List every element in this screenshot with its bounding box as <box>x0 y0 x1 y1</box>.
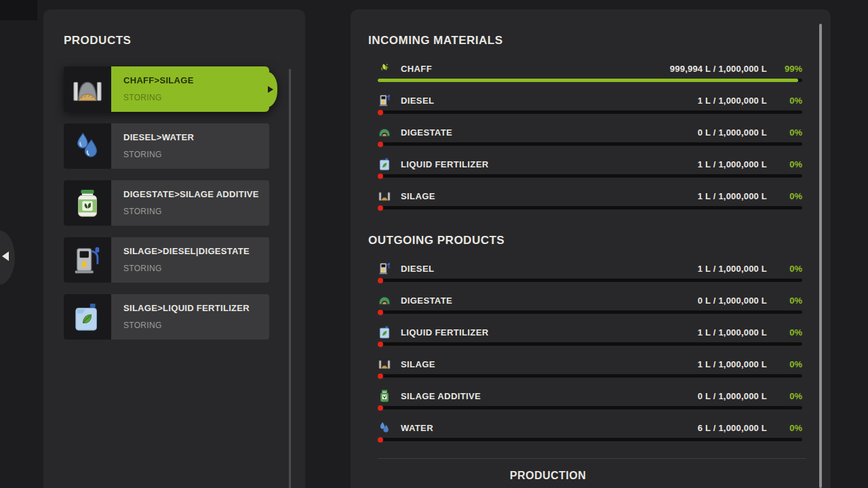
fill-bar <box>378 374 802 378</box>
product-status: STORING <box>123 321 269 330</box>
empty-dot <box>378 342 383 347</box>
incoming-row-liquid-fertilizer: LIQUID FERTILIZER1 L / 1,000,000 L0% <box>378 155 802 187</box>
bunker-silo-icon <box>64 66 111 112</box>
material-row-line: WATER6 L / 1,000,000 L0% <box>378 419 802 436</box>
fill-bar <box>378 206 802 209</box>
empty-dot <box>378 437 383 443</box>
incoming-row-diesel: DIESEL1 L / 1,000,000 L0% <box>378 92 802 123</box>
fuel-pump-icon <box>64 237 111 283</box>
material-label: SILAGE <box>401 191 698 201</box>
product-name: CHAFF>SILAGE <box>123 75 269 85</box>
material-percent: 0% <box>767 96 802 106</box>
material-label: SILAGE ADDITIVE <box>401 391 698 401</box>
outgoing-row-liquid-fertilizer: LIQUID FERTILIZER1 L / 1,000,000 L0% <box>378 323 802 355</box>
chevron-right-icon <box>268 86 273 93</box>
details-content: INCOMING MATERIALS CHAFF999,994 L / 1,00… <box>351 9 831 482</box>
material-percent: 0% <box>767 423 802 433</box>
details-scrollbar[interactable] <box>819 24 822 488</box>
material-label: WATER <box>401 423 698 433</box>
product-name: SILAGE>DIESEL|DIGESTATE <box>123 246 269 256</box>
digestate-icon <box>378 293 391 307</box>
material-amount: 0 L / 1,000,000 L <box>698 296 767 306</box>
outgoing-row-diesel: DIESEL1 L / 1,000,000 L0% <box>378 260 802 291</box>
product-item-1[interactable]: DIESEL>WATERSTORING <box>64 123 269 169</box>
production-menu-screen: PRODUCTS CHAFF>SILAGESTORING DIESEL>WATE… <box>0 0 868 488</box>
material-label: LIQUID FERTILIZER <box>401 327 698 338</box>
empty-dot <box>378 142 383 147</box>
material-percent: 0% <box>767 264 802 274</box>
material-percent: 0% <box>767 127 802 138</box>
material-label: LIQUID FERTILIZER <box>401 159 698 169</box>
water-icon <box>378 421 391 434</box>
material-amount: 0 L / 1,000,000 L <box>698 127 767 138</box>
material-amount: 999,994 L / 1,000,000 L <box>670 64 767 74</box>
material-label: DIESEL <box>401 96 698 106</box>
empty-dot <box>378 205 383 211</box>
empty-dot <box>378 405 383 411</box>
material-percent: 0% <box>767 191 802 201</box>
fill-bar <box>378 110 802 114</box>
material-label: CHAFF <box>401 64 670 74</box>
product-status: STORING <box>123 150 269 159</box>
empty-dot <box>378 174 383 179</box>
product-item-body: DIESEL>WATERSTORING <box>111 123 269 169</box>
material-amount: 1 L / 1,000,000 L <box>698 359 767 369</box>
fill-bar <box>378 279 802 282</box>
additive-jar-icon <box>64 180 111 226</box>
corner-overlay <box>0 0 37 20</box>
material-percent: 0% <box>767 327 802 338</box>
incoming-row-digestate: DIGESTATE0 L / 1,000,000 L0% <box>378 123 802 155</box>
liquid-fertilizer-icon <box>378 325 391 339</box>
products-title: PRODUCTS <box>43 9 305 47</box>
material-percent: 0% <box>767 391 802 401</box>
product-item-4[interactable]: SILAGE>LIQUID FERTILIZERSTORING <box>64 294 269 340</box>
material-row-line: LIQUID FERTILIZER1 L / 1,000,000 L0% <box>378 323 802 341</box>
product-item-body: SILAGE>LIQUID FERTILIZERSTORING <box>111 294 269 340</box>
silage-icon <box>378 357 391 371</box>
product-item-body: CHAFF>SILAGESTORING <box>111 66 269 112</box>
material-row-line: SILAGE1 L / 1,000,000 L0% <box>378 355 802 373</box>
production-details-panel: INCOMING MATERIALS CHAFF999,994 L / 1,00… <box>351 9 831 488</box>
outgoing-row-digestate: DIGESTATE0 L / 1,000,000 L0% <box>378 291 802 323</box>
product-item-2[interactable]: DIGESTATE>SILAGE ADDITIVESTORING <box>64 180 269 226</box>
product-status: STORING <box>123 93 269 102</box>
fill-bar <box>378 174 802 178</box>
material-row-line: SILAGE ADDITIVE0 L / 1,000,000 L0% <box>378 387 802 405</box>
incoming-row-chaff: CHAFF999,994 L / 1,000,000 L99% <box>378 60 802 92</box>
material-row-line: DIGESTATE0 L / 1,000,000 L0% <box>378 123 802 141</box>
material-label: DIGESTATE <box>401 296 698 306</box>
incoming-row-silage: SILAGE1 L / 1,000,000 L0% <box>378 187 802 219</box>
material-label: DIGESTATE <box>401 127 698 138</box>
bar-fill <box>378 79 798 82</box>
product-item-3[interactable]: SILAGE>DIESEL|DIGESTATESTORING <box>64 237 269 283</box>
material-row-line: DIESEL1 L / 1,000,000 L0% <box>378 92 802 109</box>
product-status: STORING <box>123 207 269 216</box>
product-name: SILAGE>LIQUID FERTILIZER <box>123 303 269 313</box>
product-item-body: SILAGE>DIESEL|DIGESTATESTORING <box>111 237 269 283</box>
chevron-left-icon[interactable] <box>2 251 9 261</box>
material-row-line: DIGESTATE0 L / 1,000,000 L0% <box>378 291 802 309</box>
fill-bar <box>378 406 802 409</box>
digestate-icon <box>378 125 391 139</box>
product-item-body: DIGESTATE>SILAGE ADDITIVESTORING <box>111 180 269 226</box>
selected-indicator <box>260 72 277 107</box>
material-amount: 6 L / 1,000,000 L <box>698 423 767 433</box>
material-percent: 0% <box>767 296 802 306</box>
material-amount: 1 L / 1,000,000 L <box>698 159 767 169</box>
material-row-line: DIESEL1 L / 1,000,000 L0% <box>378 260 802 277</box>
product-list: CHAFF>SILAGESTORING DIESEL>WATERSTORING … <box>64 66 269 340</box>
fertilizer-canister-icon <box>64 294 111 340</box>
material-percent: 0% <box>767 159 802 169</box>
fill-bar <box>378 342 802 346</box>
fill-bar <box>378 142 802 146</box>
material-amount: 1 L / 1,000,000 L <box>698 96 767 106</box>
outgoing-row-silage: SILAGE1 L / 1,000,000 L0% <box>378 355 802 387</box>
material-amount: 1 L / 1,000,000 L <box>698 327 767 338</box>
section-divider <box>378 458 806 459</box>
products-scrollbar[interactable] <box>289 69 291 488</box>
product-item-0[interactable]: CHAFF>SILAGESTORING <box>64 66 269 112</box>
fill-bar <box>378 438 802 441</box>
material-row-line: CHAFF999,994 L / 1,000,000 L99% <box>378 60 802 77</box>
outgoing-row-silage-additive: SILAGE ADDITIVE0 L / 1,000,000 L0% <box>378 387 802 419</box>
material-label: SILAGE <box>401 359 698 369</box>
